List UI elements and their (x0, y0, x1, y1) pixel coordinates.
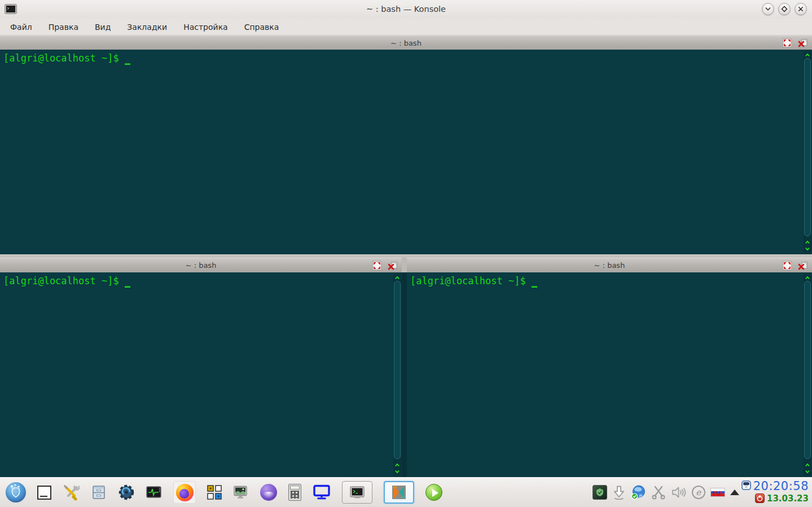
network-status-icon[interactable] (631, 485, 646, 500)
window-titlebar[interactable]: ~ : bash — Konsole (0, 0, 812, 19)
desktop-screen: ~ : bash — Konsole Файл Правка Вид Закла… (0, 0, 812, 507)
update-glyph: e (696, 488, 701, 497)
minimize-button[interactable] (762, 3, 774, 15)
pane-title: ~ : bash (407, 258, 812, 272)
maximize-button[interactable] (778, 3, 791, 15)
shell-prompt: [algri@localhost ~]$_ (3, 52, 130, 64)
menu-file[interactable]: Файл (5, 20, 38, 34)
header-gap (402, 258, 407, 272)
expand-view-icon[interactable] (783, 261, 792, 270)
download-manager-icon[interactable] (612, 485, 626, 500)
utility-drawer-icon[interactable] (91, 484, 107, 500)
shell-prompt: [algri@localhost ~]$_ (3, 275, 130, 286)
window-controls (762, 3, 807, 15)
task-button-active-window[interactable] (384, 481, 414, 504)
clock-widget[interactable]: 20:20:58 13.03.23 (739, 480, 812, 505)
settings-gear-icon[interactable] (118, 484, 135, 501)
software-update-icon[interactable]: e (692, 486, 705, 499)
run-program-icon[interactable] (425, 484, 442, 501)
scroll-up-icon[interactable] (804, 238, 811, 245)
clipboard-scissors-icon[interactable] (651, 485, 666, 500)
pane-header-bottom-right[interactable]: ~ : bash (407, 258, 812, 272)
text-cursor: _ (125, 275, 130, 288)
menu-help[interactable]: Справка (239, 20, 285, 34)
window-title: ~ : bash — Konsole (0, 0, 812, 19)
taskbar-panel: e ru 20:20:58 (0, 477, 812, 507)
scrollbar-track[interactable] (394, 281, 401, 459)
expand-view-icon[interactable] (783, 38, 792, 47)
screenshot-tool-icon[interactable] (233, 485, 249, 500)
taskbar-launchers (0, 481, 442, 504)
app-launcher-icon[interactable] (6, 482, 26, 502)
terminal-pane-bottom-right[interactable]: [algri@localhost ~]$_ (407, 272, 812, 477)
scroll-up-icon[interactable] (804, 51, 811, 58)
pane-title: ~ : bash (0, 36, 812, 50)
image-preview-icon[interactable] (592, 485, 607, 500)
keyboard-layout-label: ru (713, 488, 722, 497)
close-view-icon[interactable] (798, 261, 808, 270)
menu-view[interactable]: Вид (89, 20, 116, 34)
expand-view-icon[interactable] (372, 261, 381, 270)
hide-tray-icon[interactable] (730, 490, 739, 495)
show-desktop-icon[interactable] (37, 486, 51, 500)
menubar: Файл Правка Вид Закладки Настройка Справ… (0, 19, 812, 36)
task-button-konsole[interactable] (342, 481, 372, 504)
close-button[interactable] (795, 3, 807, 15)
scroll-up-icon[interactable] (393, 274, 401, 280)
close-view-icon[interactable] (388, 261, 398, 270)
terminal-pane-top[interactable]: [algri@localhost ~]$_ (0, 50, 812, 254)
scrollbar-thumb[interactable] (804, 58, 811, 236)
pane-header-bottom-left[interactable]: ~ : bash (0, 258, 402, 272)
menu-bookmarks[interactable]: Закладки (121, 20, 173, 34)
scrollbar-thumb[interactable] (804, 281, 811, 459)
menu-settings[interactable]: Настройка (178, 20, 234, 34)
pane-header-top[interactable]: ~ : bash (0, 36, 812, 50)
scrollbar-thumb[interactable] (394, 281, 401, 459)
terminal-pane-bottom-left[interactable]: [algri@localhost ~]$_ (0, 272, 402, 477)
volume-icon[interactable] (671, 485, 687, 500)
scroll-up-icon[interactable] (804, 461, 811, 468)
scrollbar[interactable] (804, 51, 811, 253)
keyboard-layout-icon[interactable]: ru (710, 488, 725, 497)
shell-prompt: [algri@localhost ~]$_ (410, 275, 537, 286)
close-view-icon[interactable] (798, 38, 808, 47)
scrollbar-track[interactable] (804, 281, 811, 459)
clock-date: 13.03.23 (767, 495, 809, 503)
calculator-icon[interactable] (288, 484, 301, 501)
scroll-down-icon[interactable] (804, 469, 811, 475)
remote-display-icon[interactable] (313, 484, 331, 500)
scroll-down-icon[interactable] (393, 469, 401, 475)
scroll-up-icon[interactable] (393, 461, 401, 468)
pane-title: ~ : bash (0, 258, 402, 272)
scroll-down-icon[interactable] (804, 246, 811, 253)
text-cursor: _ (125, 52, 130, 65)
system-tools-icon[interactable] (63, 484, 80, 501)
text-cursor: _ (532, 275, 537, 288)
purple-sphere-app-icon[interactable] (260, 484, 277, 501)
splitter-vertical[interactable] (402, 272, 407, 477)
desktop-pager-icon[interactable] (207, 485, 222, 500)
lock-screen-icon[interactable] (741, 480, 751, 492)
clock-time: 20:20:58 (753, 480, 809, 492)
system-tray: e ru (592, 485, 739, 500)
firefox-icon[interactable] (173, 481, 196, 504)
scrollbar[interactable] (393, 274, 401, 476)
shutdown-icon[interactable] (755, 493, 765, 505)
scrollbar[interactable] (804, 274, 811, 476)
system-monitor-icon[interactable] (146, 486, 162, 499)
scrollbar-track[interactable] (804, 58, 811, 236)
scroll-up-icon[interactable] (804, 274, 811, 280)
menu-edit[interactable]: Правка (43, 20, 84, 34)
